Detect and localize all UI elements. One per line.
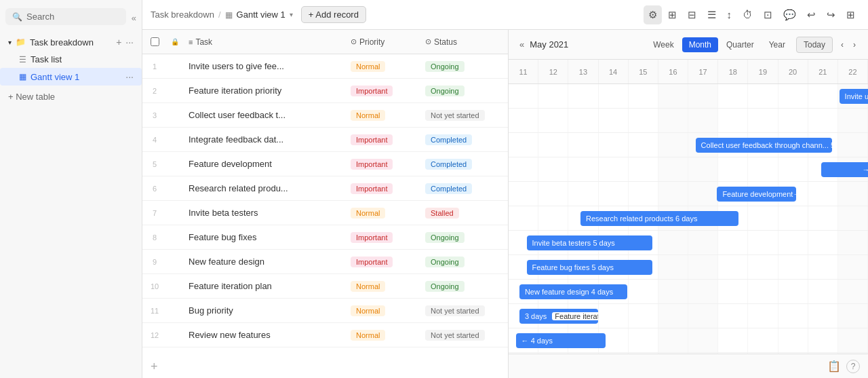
gantt-view-more-icon[interactable]: ···: [125, 71, 134, 82]
gantt-day-header: 12: [538, 60, 568, 83]
sidebar-collapse-button[interactable]: «: [132, 13, 136, 23]
sidebar-item-task-list[interactable]: ☰ Task list: [0, 51, 142, 68]
checkbox-column-header[interactable]: [142, 37, 167, 46]
today-button[interactable]: Today: [796, 37, 833, 53]
gantt-prev-button[interactable]: ‹: [837, 37, 848, 52]
redo-icon[interactable]: ↪: [822, 5, 840, 24]
row-priority: Normal: [345, 281, 420, 292]
filter-icon[interactable]: ⊟: [683, 5, 701, 24]
add-row-button[interactable]: +: [142, 356, 508, 378]
add-record-label: + Add record: [309, 10, 359, 20]
row-task-name: Research related produ...: [183, 183, 345, 193]
tab-week[interactable]: Week: [646, 37, 680, 52]
gantt-bar[interactable]: Collect user feedback through chann... 5…: [696, 138, 832, 153]
gantt-cell: [658, 182, 688, 206]
row-task-name: Integrate feedback dat...: [183, 134, 345, 145]
gantt-cell: [658, 353, 688, 354]
breadcrumb: Task breakdown / ▦ Gantt view 1 ▾: [151, 10, 293, 20]
gantt-cell: [808, 255, 838, 279]
gantt-cell: [718, 280, 748, 303]
table-header: 🔒 ≡ Task ⊙ Priority ⊙ Status: [142, 30, 508, 54]
breadcrumb-chevron-icon[interactable]: ▾: [290, 11, 293, 18]
gantt-cell: [688, 328, 718, 352]
row-status: Not yet started: [420, 305, 508, 316]
gantt-cell: [688, 84, 718, 108]
row-status: Ongoing: [420, 257, 508, 267]
gantt-cell: [778, 109, 808, 132]
gantt-cell: [629, 328, 658, 352]
add-record-button[interactable]: + Add record: [301, 6, 366, 23]
gantt-cell: [629, 109, 658, 132]
gantt-day-header: 22: [838, 60, 868, 83]
gantt-cell: [599, 157, 629, 181]
search-box[interactable]: 🔍 Search: [5, 8, 126, 25]
gantt-cell: [838, 304, 868, 328]
row-status: Not yet started: [420, 110, 508, 121]
sort-icon[interactable]: ↕: [722, 5, 737, 24]
new-table-button[interactable]: + New table: [0, 88, 142, 105]
gantt-cell: [688, 109, 718, 132]
gantt-day-header: 20: [778, 60, 808, 83]
row-status: Completed: [420, 159, 508, 170]
gantt-bar[interactable]: Feature development→: [717, 187, 796, 202]
table-row: 8 Feature bug fixes Important Ongoing: [142, 225, 508, 250]
row-number: 4: [142, 136, 167, 144]
gantt-bar[interactable]: →: [821, 162, 868, 177]
gantt-cell: [808, 182, 838, 206]
task-list-icon: ☰: [19, 55, 26, 64]
tab-month[interactable]: Month: [682, 37, 718, 52]
gantt-cell: [658, 328, 688, 352]
time-icon[interactable]: ⏱: [738, 5, 757, 24]
search-icon: 🔍: [12, 12, 22, 22]
sidebar-add-icon[interactable]: +: [116, 37, 121, 48]
table-row: 7 Invite beta testers Normal Stalled: [142, 201, 508, 225]
settings-icon[interactable]: ⚙: [644, 5, 662, 24]
gantt-row: [509, 109, 868, 133]
gantt-cell: [838, 109, 868, 132]
table-row: 6 Research related produ... Important Co…: [142, 176, 508, 201]
fields-icon[interactable]: ⊞: [663, 5, 682, 24]
row-number: 8: [142, 233, 167, 242]
gantt-collapse-button[interactable]: «: [517, 37, 527, 52]
gantt-bar[interactable]: New feature design 4 days: [519, 284, 627, 299]
select-all-checkbox[interactable]: [151, 37, 159, 46]
tab-year[interactable]: Year: [762, 37, 792, 52]
gantt-cell: [808, 280, 838, 303]
undo-icon[interactable]: ↩: [802, 5, 821, 24]
gantt-cell: [538, 157, 568, 181]
row-status: Completed: [420, 183, 508, 194]
gantt-bar[interactable]: Invite beta testers 5 days: [527, 235, 653, 250]
gantt-cell: [599, 133, 629, 157]
sidebar-item-task-breakdown[interactable]: ▾ 📁 Task breakdown + ···: [0, 33, 142, 51]
bar-label: Feature bug fixes 5 days: [532, 263, 614, 271]
tab-quarter[interactable]: Quarter: [719, 37, 761, 52]
gantt-bar[interactable]: Invite users to give fee...→: [840, 89, 868, 104]
table-row: 4 Integrate feedback dat... Important Co…: [142, 128, 508, 152]
status-badge: Not yet started: [425, 305, 485, 316]
gantt-cell: [838, 231, 868, 254]
task-col-icon: ≡: [189, 38, 193, 46]
expand-icon[interactable]: ⊞: [842, 5, 860, 24]
sidebar-item-gantt-view[interactable]: ▦ Gantt view 1 ···: [0, 68, 142, 86]
notes-icon[interactable]: 📋: [827, 360, 841, 373]
row-task-name: Review new features: [183, 330, 345, 340]
table-row: 9 New feature design Important Ongoing: [142, 250, 508, 274]
gantt-bar[interactable]: Research related products 6 days: [580, 211, 738, 226]
comment-icon[interactable]: 💬: [778, 5, 801, 24]
group-icon[interactable]: ☰: [703, 5, 721, 24]
gantt-bar[interactable]: Feature bug fixes 5 days: [527, 260, 653, 275]
sidebar-more-icon[interactable]: ···: [125, 37, 134, 48]
gantt-cell: [808, 353, 838, 354]
gantt-cell: [688, 231, 718, 254]
gantt-bar[interactable]: ← 4 days: [516, 333, 606, 348]
record-icon[interactable]: ⊡: [759, 5, 777, 24]
gantt-row: 3 daysFeature iteration plan: [509, 304, 868, 328]
table-row: 12 Review new features Normal Not yet st…: [142, 323, 508, 347]
breadcrumb-separator: /: [218, 10, 221, 20]
gantt-next-button[interactable]: ›: [849, 37, 860, 52]
gantt-row: Research related products 6 days: [509, 206, 868, 231]
help-icon[interactable]: ?: [846, 360, 860, 373]
gantt-bar[interactable]: 3 daysFeature iteration plan: [519, 309, 599, 324]
gantt-day-header: 18: [718, 60, 748, 83]
expand-icon: ▾: [8, 39, 12, 46]
